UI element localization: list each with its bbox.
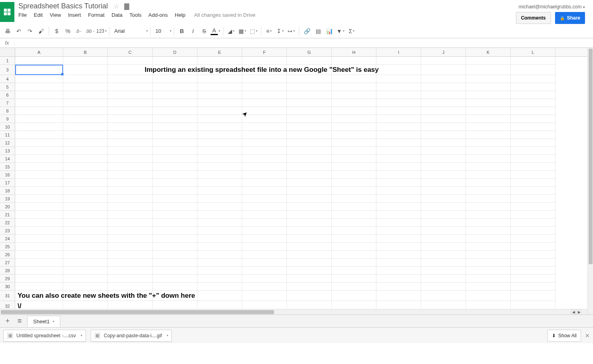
cell[interactable] bbox=[466, 179, 511, 187]
cell[interactable] bbox=[376, 243, 421, 251]
download-chip-1[interactable]: ▦ Untitled spreadsheet -....csv ▾ bbox=[3, 330, 86, 342]
cell[interactable] bbox=[153, 219, 197, 227]
row-header[interactable]: 27 bbox=[0, 259, 15, 267]
cell[interactable] bbox=[15, 147, 63, 155]
cell[interactable] bbox=[332, 275, 376, 283]
row-header[interactable]: 5 bbox=[0, 83, 15, 91]
paint-format-icon[interactable]: 🖌 bbox=[36, 26, 46, 36]
cell[interactable] bbox=[287, 107, 332, 115]
cell[interactable] bbox=[242, 99, 287, 107]
cell[interactable] bbox=[421, 163, 466, 171]
cell[interactable] bbox=[466, 65, 511, 75]
cell[interactable] bbox=[197, 171, 242, 179]
cell[interactable] bbox=[332, 203, 376, 211]
comments-button[interactable]: Comments bbox=[516, 12, 551, 24]
cell[interactable] bbox=[332, 123, 376, 131]
cell[interactable] bbox=[511, 179, 555, 187]
cell[interactable] bbox=[153, 107, 197, 115]
column-header[interactable]: A bbox=[15, 48, 63, 56]
h-align-button[interactable]: ≡▾ bbox=[264, 26, 274, 36]
cell[interactable] bbox=[511, 75, 555, 83]
cell[interactable] bbox=[15, 219, 63, 227]
cell[interactable] bbox=[287, 187, 332, 195]
cell[interactable] bbox=[15, 259, 63, 267]
cell[interactable] bbox=[511, 211, 555, 219]
download-chip-2[interactable]: ▦ Copy-and-paste-data-i....gif ▾ bbox=[91, 330, 172, 342]
cell[interactable] bbox=[287, 275, 332, 283]
cell[interactable] bbox=[421, 243, 466, 251]
cell[interactable] bbox=[287, 131, 332, 139]
cell[interactable] bbox=[108, 211, 153, 219]
cell[interactable] bbox=[376, 235, 421, 243]
cell[interactable] bbox=[332, 227, 376, 235]
user-email[interactable]: michael@michaelgrubbs.com bbox=[519, 4, 582, 10]
cell[interactable] bbox=[287, 163, 332, 171]
cell[interactable] bbox=[197, 267, 242, 275]
cell[interactable] bbox=[197, 83, 242, 91]
cell[interactable] bbox=[466, 187, 511, 195]
cell[interactable] bbox=[376, 227, 421, 235]
row-header[interactable]: 14 bbox=[0, 155, 15, 163]
cell[interactable] bbox=[332, 291, 376, 301]
chevron-down-icon[interactable]: ▾ bbox=[167, 334, 168, 337]
cell[interactable] bbox=[287, 251, 332, 259]
cell[interactable] bbox=[15, 65, 63, 75]
cell[interactable] bbox=[466, 57, 511, 65]
cell[interactable] bbox=[153, 179, 197, 187]
row-header[interactable]: 31 bbox=[0, 291, 15, 301]
cell[interactable] bbox=[153, 283, 197, 291]
cell[interactable] bbox=[63, 187, 108, 195]
cell[interactable] bbox=[197, 107, 242, 115]
decrease-decimal-button[interactable]: .0← bbox=[74, 26, 84, 36]
cell[interactable] bbox=[287, 83, 332, 91]
cell[interactable] bbox=[63, 219, 108, 227]
share-button[interactable]: 🔒 Share bbox=[555, 12, 585, 24]
cell[interactable] bbox=[108, 123, 153, 131]
row-header[interactable]: 17 bbox=[0, 179, 15, 187]
cell[interactable] bbox=[511, 155, 555, 163]
format-currency-button[interactable]: $ bbox=[52, 26, 62, 36]
cell[interactable] bbox=[511, 83, 555, 91]
cell[interactable] bbox=[108, 243, 153, 251]
cell[interactable] bbox=[15, 235, 63, 243]
cell[interactable] bbox=[108, 251, 153, 259]
cell[interactable] bbox=[63, 139, 108, 147]
filter-button[interactable]: ▼▾ bbox=[335, 26, 346, 36]
cell[interactable] bbox=[153, 195, 197, 203]
cell[interactable] bbox=[15, 251, 63, 259]
cell[interactable] bbox=[197, 91, 242, 99]
cell[interactable] bbox=[242, 147, 287, 155]
row-header[interactable]: 24 bbox=[0, 235, 15, 243]
cell[interactable] bbox=[421, 291, 466, 301]
cell[interactable] bbox=[108, 195, 153, 203]
cell[interactable] bbox=[153, 259, 197, 267]
italic-button[interactable]: I bbox=[188, 26, 198, 36]
cell[interactable] bbox=[511, 65, 555, 75]
cell[interactable] bbox=[466, 147, 511, 155]
cell[interactable] bbox=[287, 75, 332, 83]
cell[interactable] bbox=[511, 107, 555, 115]
cell[interactable] bbox=[63, 123, 108, 131]
cell[interactable] bbox=[197, 243, 242, 251]
cell[interactable] bbox=[242, 267, 287, 275]
cell[interactable] bbox=[197, 227, 242, 235]
cell[interactable] bbox=[421, 75, 466, 83]
cell[interactable] bbox=[332, 57, 376, 65]
cell[interactable] bbox=[466, 131, 511, 139]
cell[interactable] bbox=[242, 211, 287, 219]
cell[interactable] bbox=[466, 291, 511, 301]
cell[interactable] bbox=[376, 115, 421, 123]
cell[interactable] bbox=[287, 171, 332, 179]
cell[interactable] bbox=[197, 195, 242, 203]
cell[interactable] bbox=[332, 99, 376, 107]
cell[interactable] bbox=[63, 259, 108, 267]
cell[interactable] bbox=[466, 91, 511, 99]
star-icon[interactable]: ☆ bbox=[113, 3, 119, 10]
cell[interactable] bbox=[466, 99, 511, 107]
cell[interactable] bbox=[376, 131, 421, 139]
cell[interactable] bbox=[511, 275, 555, 283]
cell[interactable] bbox=[15, 243, 63, 251]
cell[interactable] bbox=[421, 227, 466, 235]
cell[interactable] bbox=[15, 163, 63, 171]
cell[interactable] bbox=[242, 195, 287, 203]
